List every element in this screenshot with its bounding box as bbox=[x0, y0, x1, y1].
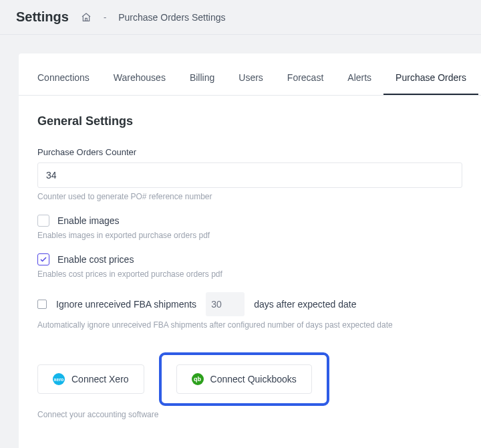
tab-forecast[interactable]: Forecast bbox=[275, 53, 335, 95]
page-title: Settings bbox=[16, 9, 69, 25]
breadcrumb-separator: - bbox=[104, 12, 106, 22]
connect-xero-button[interactable]: xero Connect Xero bbox=[37, 364, 144, 394]
page-header: Settings - Purchase Orders Settings bbox=[0, 0, 481, 35]
tab-alerts[interactable]: Alerts bbox=[335, 53, 383, 95]
enable-images-helper: Enables images in exported purchase orde… bbox=[37, 231, 462, 240]
ignore-fba-row: Ignore unreceived FBA shipments days aft… bbox=[37, 292, 462, 316]
enable-images-row: Enable images bbox=[37, 215, 462, 227]
xero-icon: xero bbox=[53, 373, 65, 385]
connect-helper: Connect your accounting software bbox=[37, 410, 462, 419]
enable-cost-helper: Enables cost prices in exported purchase… bbox=[37, 269, 462, 279]
connect-quickbooks-label: Connect Quickbooks bbox=[210, 374, 297, 384]
connect-quickbooks-button[interactable]: qb Connect Quickbooks bbox=[176, 364, 312, 394]
tab-warehouses[interactable]: Warehouses bbox=[102, 53, 178, 95]
content-wrapper: Connections Warehouses Billing Users For… bbox=[0, 35, 481, 448]
counter-input[interactable] bbox=[37, 162, 462, 188]
panel-body: General Settings Purchase Orders Counter… bbox=[19, 96, 481, 448]
quickbooks-highlight: qb Connect Quickbooks bbox=[159, 352, 329, 406]
tab-purchase-orders[interactable]: Purchase Orders bbox=[383, 53, 478, 95]
ignore-fba-label-before: Ignore unreceived FBA shipments bbox=[56, 299, 196, 310]
ignore-fba-days-input[interactable] bbox=[206, 292, 245, 316]
breadcrumb-current: Purchase Orders Settings bbox=[118, 12, 225, 23]
tabs-bar: Connections Warehouses Billing Users For… bbox=[19, 53, 481, 96]
connect-buttons-row: xero Connect Xero qb Connect Quickbooks bbox=[37, 352, 462, 406]
ignore-fba-checkbox[interactable] bbox=[37, 300, 47, 309]
home-icon[interactable] bbox=[81, 12, 92, 23]
counter-label: Purchase Orders Counter bbox=[37, 147, 462, 157]
enable-cost-row: Enable cost prices bbox=[37, 253, 462, 265]
tab-connections[interactable]: Connections bbox=[37, 53, 102, 95]
enable-images-checkbox[interactable] bbox=[37, 215, 49, 227]
enable-images-label: Enable images bbox=[57, 215, 120, 226]
enable-cost-label: Enable cost prices bbox=[57, 254, 134, 265]
settings-panel: Connections Warehouses Billing Users For… bbox=[19, 53, 481, 448]
connect-xero-label: Connect Xero bbox=[71, 374, 129, 384]
tab-users[interactable]: Users bbox=[226, 53, 275, 95]
tab-billing[interactable]: Billing bbox=[178, 53, 226, 95]
quickbooks-icon: qb bbox=[192, 373, 204, 385]
enable-cost-checkbox[interactable] bbox=[37, 253, 49, 265]
counter-helper: Counter used to generate PO# reference n… bbox=[37, 192, 462, 201]
ignore-fba-helper: Automatically ignore unreceived FBA ship… bbox=[37, 320, 462, 330]
ignore-fba-label-after: days after expected date bbox=[254, 299, 356, 310]
section-title: General Settings bbox=[37, 114, 462, 128]
